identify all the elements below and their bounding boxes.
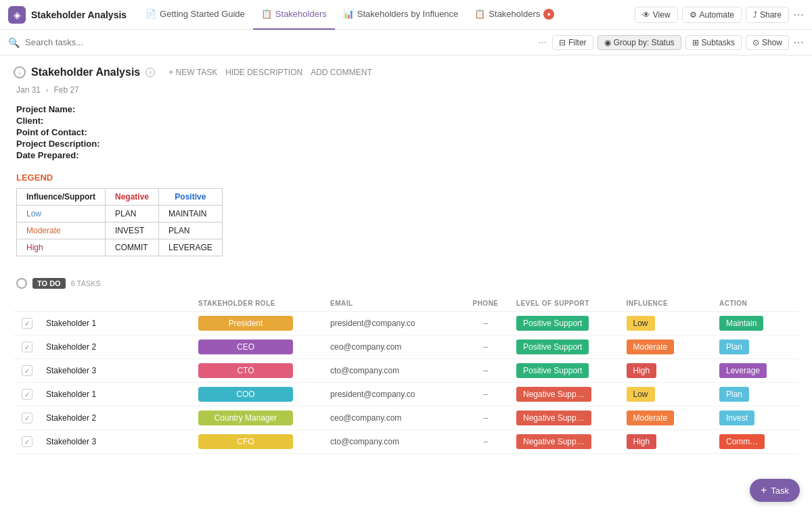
task-fab[interactable]: + Task — [750, 479, 800, 502]
searchbar: 🔍 ⋯ ⊟ Filter ◉ Group by: Status ⊞ Subtas… — [0, 30, 812, 55]
view-button[interactable]: 👁 View — [635, 7, 678, 23]
stakeholder-action: Leverage — [714, 359, 798, 383]
stakeholder-name: Stakeholder 1 — [41, 312, 193, 335]
stakeholder-name: Stakeholder 2 — [41, 406, 193, 430]
stakeholder-role: CFO — [193, 430, 325, 454]
legend-table: Influence/Support Negative Positive Low … — [16, 188, 223, 256]
stakeholder-phone: – — [460, 430, 511, 454]
stakeholder-name: Stakeholder 1 — [41, 383, 193, 406]
search-input[interactable] — [25, 37, 533, 47]
group-by-button[interactable]: ◉ Group by: Status — [597, 35, 681, 50]
col-action: ACTION — [714, 296, 798, 312]
row-check[interactable]: ✓ — [14, 312, 41, 335]
legend-row-low: Low PLAN MAINTAIN — [17, 206, 223, 223]
automate-icon: ⚙ — [690, 10, 697, 20]
more-options-icon[interactable]: ⋯ — [793, 8, 804, 21]
tab-getting-started[interactable]: 📄 Getting Started Guide — [137, 0, 253, 30]
task-status-icon[interactable]: ○ — [14, 66, 26, 78]
data-table: STAKEHOLDER ROLE EMAIL PHONE LEVEL OF SU… — [14, 296, 798, 454]
automate-button[interactable]: ⚙ Automate — [682, 7, 742, 23]
topbar-actions: 👁 View ⚙ Automate ⤴ Share ⋯ — [635, 7, 804, 23]
table-row: ✓ Stakeholder 3 CFO cto@company.com – Ne… — [14, 430, 798, 454]
main-content: ○ Stakeholder Analysis i + NEW TASK HIDE… — [0, 55, 812, 514]
tab-label: Stakeholders — [275, 9, 327, 19]
tab-stakeholders[interactable]: 📋 Stakeholders — [253, 0, 335, 30]
level-low: Low — [17, 206, 106, 223]
section-status: TO DO — [32, 278, 66, 289]
tab-label: Stakeholders — [489, 9, 540, 19]
row-check[interactable]: ✓ — [14, 359, 41, 383]
topbar: ◈ Stakeholder Analysis 📄 Getting Started… — [0, 0, 812, 30]
col-support: LEVEL OF SUPPORT — [511, 296, 621, 312]
field-project-name: Project Name: — [16, 104, 798, 114]
field-point-of-contact: Point of Contact: — [16, 127, 798, 137]
stakeholder-action: Plan — [714, 383, 798, 406]
row-check[interactable]: ✓ — [14, 335, 41, 359]
show-button[interactable]: ⊙ Show — [746, 35, 789, 50]
legend-high-positive: LEVERAGE — [159, 239, 223, 256]
stakeholder-name: Stakeholder 3 — [41, 359, 193, 383]
level-high: High — [17, 239, 106, 256]
section-header: TO DO 6 TASKS — [14, 273, 798, 294]
table-row: ✓ Stakeholder 2 Country Manager ceo@comp… — [14, 406, 798, 430]
date-start[interactable]: Jan 31 — [16, 85, 41, 95]
legend-header-2: Positive — [159, 189, 223, 206]
legend-title: LEGEND — [14, 172, 798, 183]
group-by-label: Group by: Status — [614, 38, 675, 47]
task-fab-icon: + — [761, 484, 767, 496]
field-date-prepared: Date Prepared: — [16, 150, 798, 160]
legend-row-moderate: Moderate INVEST PLAN — [17, 223, 223, 239]
stakeholder-phone: – — [460, 335, 511, 359]
share-icon: ⤴ — [753, 10, 757, 20]
stakeholder-support: Negative Supp… — [511, 406, 621, 430]
search-icon: 🔍 — [8, 37, 20, 48]
tab-stakeholders-2[interactable]: 📋 Stakeholders ● — [466, 0, 562, 30]
legend-header-0: Influence/Support — [17, 189, 106, 206]
stakeholder-role: President — [193, 312, 325, 335]
show-label: Show — [762, 38, 782, 47]
subtasks-button[interactable]: ⊞ Subtasks — [685, 35, 742, 50]
tab-label: Getting Started Guide — [160, 9, 245, 19]
legend-moderate-positive: PLAN — [159, 223, 223, 239]
stakeholder-email: ceo@company.com — [325, 335, 460, 359]
col-check — [14, 296, 41, 312]
level-moderate: Moderate — [17, 223, 106, 239]
stakeholder-influence: Moderate — [621, 335, 715, 359]
stakeholder-name: Stakeholder 2 — [41, 335, 193, 359]
toolbar-more-icon[interactable]: ⋯ — [793, 36, 804, 49]
tab-stakeholders-by-influence[interactable]: 📊 Stakeholders by Influence — [335, 0, 467, 30]
stakeholder-influence: Low — [621, 383, 715, 406]
hide-desc-btn[interactable]: HIDE DESCRIPTION — [225, 68, 302, 77]
section-toggle[interactable] — [16, 278, 27, 289]
stakeholder-phone: – — [460, 359, 511, 383]
share-label: Share — [760, 10, 782, 20]
date-row: Jan 31 › Feb 27 — [14, 85, 798, 95]
tab-label: Stakeholders by Influence — [357, 9, 459, 19]
share-button[interactable]: ⤴ Share — [746, 7, 789, 23]
search-more-icon[interactable]: ⋯ — [538, 37, 547, 47]
section-count: 6 TASKS — [71, 279, 101, 287]
filter-button[interactable]: ⊟ Filter — [552, 35, 593, 50]
group-icon: ◉ — [604, 38, 611, 47]
stakeholder-phone: – — [460, 312, 511, 335]
legend-low-negative: PLAN — [106, 206, 159, 223]
row-check[interactable]: ✓ — [14, 406, 41, 430]
new-task-btn[interactable]: + NEW TASK — [168, 68, 217, 77]
info-icon: i — [145, 68, 155, 77]
stakeholder-action: Plan — [714, 335, 798, 359]
add-comment-btn[interactable]: ADD COMMENT — [311, 68, 372, 77]
stakeholder-role: Country Manager — [193, 406, 325, 430]
table-row: ✓ Stakeholder 1 President president@comp… — [14, 312, 798, 335]
row-check[interactable]: ✓ — [14, 383, 41, 406]
stakeholder-email: president@company.co — [325, 312, 460, 335]
row-check[interactable]: ✓ — [14, 430, 41, 454]
chart-icon: 📊 — [343, 9, 354, 19]
legend-row-high: High COMMIT LEVERAGE — [17, 239, 223, 256]
stakeholder-action: Invest — [714, 406, 798, 430]
stakeholder-support: Positive Support — [511, 359, 621, 383]
stakeholder-phone: – — [460, 383, 511, 406]
show-icon: ⊙ — [752, 38, 759, 47]
legend-high-negative: COMMIT — [106, 239, 159, 256]
date-end[interactable]: Feb 27 — [53, 85, 78, 95]
task-actions: + NEW TASK HIDE DESCRIPTION ADD COMMENT — [168, 68, 372, 77]
